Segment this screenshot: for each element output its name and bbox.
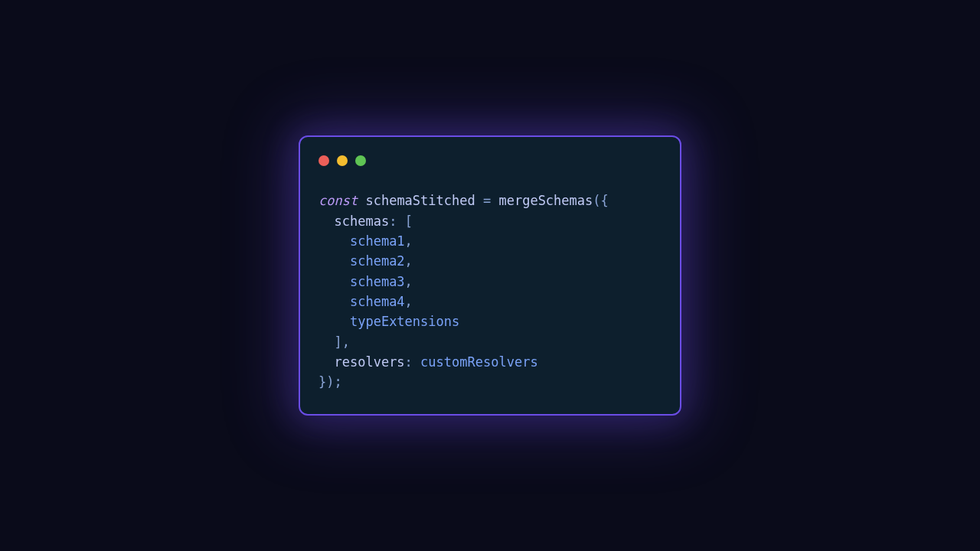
- resolvers-value: customResolvers: [420, 354, 538, 370]
- colon: :: [405, 354, 420, 370]
- traffic-lights: [318, 152, 662, 166]
- schema-item: schema3: [350, 274, 405, 289]
- bracket-open: [: [405, 214, 413, 229]
- schema-item: typeExtensions: [350, 314, 459, 329]
- schema-item: schema1: [350, 233, 405, 249]
- schema-item: schema2: [350, 253, 405, 269]
- keyword-const: const: [318, 193, 358, 208]
- comma: ,: [405, 233, 413, 249]
- close-icon[interactable]: [318, 155, 329, 166]
- comma: ,: [405, 294, 413, 309]
- comma: ,: [405, 253, 413, 269]
- colon: :: [389, 214, 404, 229]
- equals: =: [475, 193, 499, 208]
- prop-resolvers: resolvers: [334, 354, 404, 370]
- minimize-icon[interactable]: [337, 155, 348, 166]
- comma: ,: [405, 274, 413, 289]
- schema-item: schema4: [350, 294, 405, 309]
- comma: ,: [342, 334, 350, 350]
- code-block: const schemaStitched = mergeSchemas({ sc…: [318, 191, 662, 392]
- maximize-icon[interactable]: [355, 155, 366, 166]
- variable-name: schemaStitched: [365, 193, 475, 208]
- prop-schemas: schemas: [334, 214, 389, 229]
- open-paren-brace: ({: [593, 193, 608, 208]
- bracket-close: ]: [334, 334, 341, 350]
- code-window: const schemaStitched = mergeSchemas({ sc…: [299, 135, 681, 415]
- function-name: mergeSchemas: [498, 193, 593, 208]
- close-brace-paren: });: [318, 374, 342, 390]
